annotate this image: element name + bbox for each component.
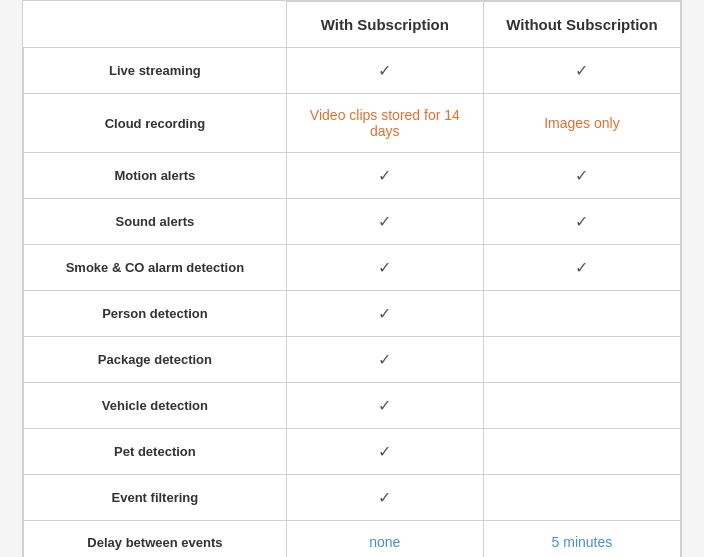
feature-label: Live streaming <box>24 48 287 94</box>
with-subscription-value: ✓ <box>286 199 483 245</box>
checkmark-icon: ✓ <box>575 259 588 276</box>
table-row: Pet detection✓ <box>24 429 681 475</box>
with-subscription-value: ✓ <box>286 337 483 383</box>
with-subscription-value: none <box>286 521 483 558</box>
table-row: Sound alerts✓✓ <box>24 199 681 245</box>
without-subscription-value: ✓ <box>483 245 680 291</box>
header-without-subscription: Without Subscription <box>483 2 680 48</box>
blue-value: 5 minutes <box>552 534 613 550</box>
checkmark-icon: ✓ <box>378 213 391 230</box>
with-subscription-value: ✓ <box>286 429 483 475</box>
table-row: Motion alerts✓✓ <box>24 153 681 199</box>
feature-label: Motion alerts <box>24 153 287 199</box>
table-row: Person detection✓ <box>24 291 681 337</box>
without-subscription-value: ✓ <box>483 48 680 94</box>
checkmark-icon: ✓ <box>378 167 391 184</box>
without-subscription-value <box>483 337 680 383</box>
table-row: Delay between eventsnone5 minutes <box>24 521 681 558</box>
with-subscription-value: ✓ <box>286 245 483 291</box>
feature-label: Pet detection <box>24 429 287 475</box>
without-subscription-value: ✓ <box>483 199 680 245</box>
table-row: Package detection✓ <box>24 337 681 383</box>
feature-label: Delay between events <box>24 521 287 558</box>
header-feature <box>24 2 287 48</box>
checkmark-icon: ✓ <box>378 62 391 79</box>
without-subscription-value <box>483 475 680 521</box>
feature-label: Package detection <box>24 337 287 383</box>
blue-value: none <box>369 534 400 550</box>
checkmark-icon: ✓ <box>378 351 391 368</box>
feature-label: Sound alerts <box>24 199 287 245</box>
with-subscription-value: ✓ <box>286 291 483 337</box>
checkmark-icon: ✓ <box>575 167 588 184</box>
checkmark-icon: ✓ <box>575 62 588 79</box>
table-row: Live streaming✓✓ <box>24 48 681 94</box>
checkmark-icon: ✓ <box>378 443 391 460</box>
feature-label: Smoke & CO alarm detection <box>24 245 287 291</box>
orange-value: Images only <box>544 115 619 131</box>
without-subscription-value <box>483 291 680 337</box>
with-subscription-value: Video clips stored for 14 days <box>286 94 483 153</box>
without-subscription-value: ✓ <box>483 153 680 199</box>
checkmark-icon: ✓ <box>378 489 391 506</box>
orange-value: Video clips stored for 14 days <box>310 107 460 139</box>
checkmark-icon: ✓ <box>575 213 588 230</box>
table-row: Smoke & CO alarm detection✓✓ <box>24 245 681 291</box>
with-subscription-value: ✓ <box>286 48 483 94</box>
without-subscription-value <box>483 429 680 475</box>
feature-label: Event filtering <box>24 475 287 521</box>
table-row: Cloud recordingVideo clips stored for 14… <box>24 94 681 153</box>
feature-label: Person detection <box>24 291 287 337</box>
with-subscription-value: ✓ <box>286 475 483 521</box>
without-subscription-value: Images only <box>483 94 680 153</box>
with-subscription-value: ✓ <box>286 383 483 429</box>
feature-label: Vehicle detection <box>24 383 287 429</box>
without-subscription-value: 5 minutes <box>483 521 680 558</box>
feature-label: Cloud recording <box>24 94 287 153</box>
without-subscription-value <box>483 383 680 429</box>
comparison-table: With Subscription Without Subscription L… <box>22 0 682 557</box>
checkmark-icon: ✓ <box>378 305 391 322</box>
checkmark-icon: ✓ <box>378 397 391 414</box>
header-with-subscription: With Subscription <box>286 2 483 48</box>
table-row: Event filtering✓ <box>24 475 681 521</box>
table-row: Vehicle detection✓ <box>24 383 681 429</box>
checkmark-icon: ✓ <box>378 259 391 276</box>
with-subscription-value: ✓ <box>286 153 483 199</box>
